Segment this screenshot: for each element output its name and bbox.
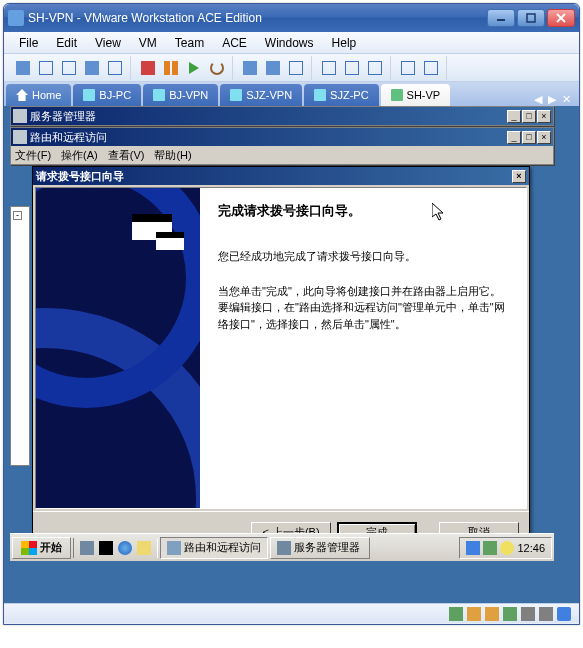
toolbar-btn[interactable] bbox=[58, 57, 80, 79]
menu-windows[interactable]: Windows bbox=[256, 34, 323, 52]
maximize-button[interactable]: □ bbox=[522, 131, 536, 144]
taskbar-item-routing[interactable]: 路由和远程访问 bbox=[160, 537, 268, 559]
menu-help[interactable]: 帮助(H) bbox=[154, 148, 191, 163]
cursor-icon bbox=[432, 203, 448, 223]
revert-button[interactable] bbox=[262, 57, 284, 79]
view-button[interactable] bbox=[318, 57, 340, 79]
vmware-tools-icon[interactable] bbox=[557, 607, 571, 621]
device-usb-icon[interactable] bbox=[521, 607, 535, 621]
device-sound-icon[interactable] bbox=[539, 607, 553, 621]
server-manager-icon bbox=[13, 109, 27, 123]
tab-vm[interactable]: BJ-PC bbox=[73, 84, 141, 106]
device-net-icon[interactable] bbox=[503, 607, 517, 621]
titlebar[interactable]: SH-VPN - VMware Workstation ACE Edition bbox=[4, 4, 579, 32]
close-button[interactable] bbox=[547, 9, 575, 27]
menu-help[interactable]: Help bbox=[323, 34, 366, 52]
svg-rect-3 bbox=[132, 214, 172, 222]
toolbar bbox=[4, 54, 579, 82]
toolbar-btn[interactable] bbox=[104, 57, 126, 79]
tab-scroll-right[interactable]: ▶ bbox=[546, 93, 558, 106]
svg-rect-1 bbox=[527, 14, 535, 22]
tab-close[interactable]: ✕ bbox=[560, 93, 573, 106]
vmware-statusbar bbox=[4, 603, 579, 623]
menu-ace[interactable]: ACE bbox=[213, 34, 256, 52]
maximize-button[interactable]: □ bbox=[522, 110, 536, 123]
cmd-icon bbox=[99, 541, 113, 555]
tray-icon bbox=[500, 541, 514, 555]
routing-menubar: 文件(F) 操作(A) 查看(V) 帮助(H) bbox=[11, 146, 553, 164]
unity-button[interactable] bbox=[364, 57, 386, 79]
clock[interactable]: 12:46 bbox=[517, 542, 545, 554]
folder-icon bbox=[137, 541, 151, 555]
stop-icon bbox=[141, 61, 155, 75]
tree-collapse-icon[interactable]: - bbox=[13, 211, 22, 220]
tab-scroll-left[interactable]: ◀ bbox=[532, 93, 544, 106]
manage-button[interactable] bbox=[285, 57, 307, 79]
server-manager-window[interactable]: 服务器管理器 _ □ × bbox=[10, 106, 554, 126]
minimize-button[interactable]: _ bbox=[507, 131, 521, 144]
generic-icon bbox=[39, 61, 53, 75]
close-button[interactable]: × bbox=[537, 110, 551, 123]
server-icon bbox=[277, 541, 291, 555]
system-tray[interactable]: 12:46 bbox=[459, 537, 552, 559]
tray-icon bbox=[466, 541, 480, 555]
power-on-button[interactable] bbox=[183, 57, 205, 79]
menu-file[interactable]: 文件(F) bbox=[15, 148, 51, 163]
vm-icon bbox=[230, 89, 242, 101]
menu-action[interactable]: 操作(A) bbox=[61, 148, 98, 163]
toolbar-btn[interactable] bbox=[397, 57, 419, 79]
generic-icon bbox=[108, 61, 122, 75]
toolbar-btn[interactable] bbox=[35, 57, 57, 79]
ql-cmd[interactable] bbox=[97, 538, 115, 558]
generic-icon bbox=[401, 61, 415, 75]
tab-vm[interactable]: SJZ-PC bbox=[304, 84, 379, 106]
guest-desktop[interactable]: 服务器管理器 _ □ × 路由和远程访问 _ □ × 文件(F) bbox=[4, 106, 579, 603]
snapshot-button[interactable] bbox=[239, 57, 261, 79]
start-button[interactable]: 开始 bbox=[12, 537, 71, 559]
cycle-icon bbox=[210, 61, 224, 75]
menu-vm[interactable]: VM bbox=[130, 34, 166, 52]
vmware-window: SH-VPN - VMware Workstation ACE Edition … bbox=[3, 3, 580, 625]
windows-flag-icon bbox=[21, 541, 37, 555]
reset-button[interactable] bbox=[206, 57, 228, 79]
routing-icon bbox=[167, 541, 181, 555]
generic-icon bbox=[16, 61, 30, 75]
vm-icon bbox=[153, 89, 165, 101]
menu-view[interactable]: View bbox=[86, 34, 130, 52]
ql-ie[interactable] bbox=[116, 538, 134, 558]
close-button[interactable]: × bbox=[537, 131, 551, 144]
minimize-button[interactable] bbox=[487, 9, 515, 27]
tree-panel[interactable]: - bbox=[10, 206, 30, 466]
routing-window[interactable]: 路由和远程访问 _ □ × 文件(F) 操作(A) 查看(V) 帮助(H) bbox=[10, 127, 554, 165]
taskbar-item-server[interactable]: 服务器管理器 bbox=[270, 537, 370, 559]
wizard-titlebar[interactable]: 请求拨号接口向导 × bbox=[33, 167, 529, 185]
fullscreen-button[interactable] bbox=[341, 57, 363, 79]
toolbar-btn[interactable] bbox=[12, 57, 34, 79]
toolbar-btn[interactable] bbox=[420, 57, 442, 79]
tab-vm[interactable]: SJZ-VPN bbox=[220, 84, 302, 106]
maximize-button[interactable] bbox=[517, 9, 545, 27]
minimize-button[interactable]: _ bbox=[507, 110, 521, 123]
toolbar-btn[interactable] bbox=[81, 57, 103, 79]
device-cd-icon[interactable] bbox=[467, 607, 481, 621]
tab-vm[interactable]: BJ-VPN bbox=[143, 84, 218, 106]
power-off-button[interactable] bbox=[137, 57, 159, 79]
menu-view[interactable]: 查看(V) bbox=[108, 148, 145, 163]
menu-team[interactable]: Team bbox=[166, 34, 213, 52]
wizard-close-button[interactable]: × bbox=[512, 170, 526, 183]
tab-home[interactable]: Home bbox=[6, 84, 71, 106]
wizard-sidebar bbox=[36, 188, 200, 508]
menu-edit[interactable]: Edit bbox=[47, 34, 86, 52]
menu-file[interactable]: File bbox=[10, 34, 47, 52]
tab-vm-active[interactable]: SH-VP bbox=[381, 84, 451, 106]
taskbar: 开始 路由和远程访问 服务器管理器 12:46 bbox=[10, 533, 554, 561]
suspend-button[interactable] bbox=[160, 57, 182, 79]
server-icon bbox=[80, 541, 94, 555]
device-hdd-icon[interactable] bbox=[449, 607, 463, 621]
generic-icon bbox=[62, 61, 76, 75]
device-floppy-icon[interactable] bbox=[485, 607, 499, 621]
ql-server-manager[interactable] bbox=[78, 538, 96, 558]
vm-icon bbox=[314, 89, 326, 101]
ql-explorer[interactable] bbox=[135, 538, 153, 558]
vm-icon bbox=[83, 89, 95, 101]
